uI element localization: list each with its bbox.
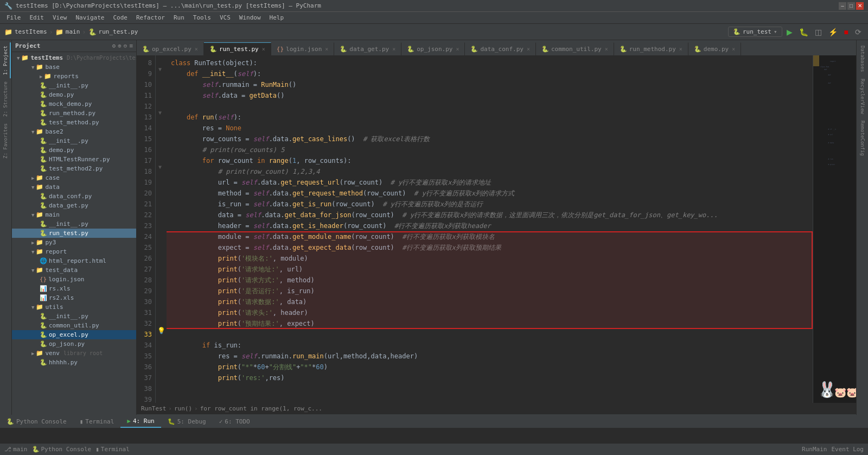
breadcrumb-part-3[interactable]: for row_count in range(1, row_c... [200, 405, 322, 412]
tree-item-run-test[interactable]: 🐍 run_test.py [12, 229, 136, 238]
tree-item-report[interactable]: ▼ 📁 report [12, 247, 136, 256]
file-tab-op-excel[interactable]: 🐍 op_excel.py × [137, 42, 204, 55]
bulb-icon[interactable]: 💡 [157, 327, 165, 334]
gear-icon[interactable]: ⚙ [112, 42, 116, 49]
bottom-tab-run[interactable]: ▶ 4: Run [120, 415, 161, 428]
tree-item-base2-demo[interactable]: 🐍 demo.py [12, 146, 136, 155]
breadcrumb-part-1[interactable]: RunTest [141, 405, 166, 412]
tree-item-op-json[interactable]: 🐍 op_json.py [12, 339, 136, 349]
tree-item-common-util[interactable]: 🐍 common_util.py [12, 321, 136, 330]
file-tab-run-test[interactable]: 🐍 run_test.py × [204, 42, 271, 55]
menu-help[interactable]: Help [265, 13, 289, 22]
fold-indicator-9[interactable]: ▼ [158, 66, 162, 72]
tree-item-testItems[interactable]: ▼ 📁 testItems D:\PycharmProjects\testIte… [12, 53, 136, 62]
status-git[interactable]: ⎇ main [4, 446, 28, 453]
tree-item-rs-xls[interactable]: 📊 rs.xls [12, 284, 136, 293]
tree-item-mock-demo[interactable]: 🐍 mock_demo.py [12, 99, 136, 109]
tree-item-base-init[interactable]: 🐍 __init__.py [12, 81, 136, 90]
right-tab-recyclerview[interactable]: RecyclerView [858, 75, 867, 117]
code-content[interactable]: class RunTest(object): def __init__(self… [167, 55, 813, 403]
tree-item-utils[interactable]: ▼ 📁 utils [12, 302, 136, 312]
close-button[interactable]: ✕ [856, 2, 864, 10]
tree-item-venv[interactable]: ▶ 📁 venv library root [12, 349, 136, 358]
right-tab-databases[interactable]: Databases [858, 42, 867, 75]
tree-item-html-report[interactable]: 🌐 html_report.html [12, 256, 136, 266]
close-tab-icon[interactable]: × [262, 46, 265, 52]
sidebar-tab-structure[interactable]: 2: Structure [1, 78, 11, 120]
settings-icon[interactable]: ≡ [129, 42, 133, 49]
tree-item-reports[interactable]: ▶ 📁 reports [12, 72, 136, 81]
run-config-selector[interactable]: 🐍 run_test ▾ [728, 27, 782, 37]
maximize-button[interactable]: □ [847, 2, 855, 10]
tree-item-main[interactable]: ▼ 📁 main [12, 210, 136, 219]
collapse-icon[interactable]: ⊖ [124, 42, 127, 49]
menu-code[interactable]: Code [108, 13, 132, 22]
close-tab-icon[interactable]: × [679, 46, 682, 52]
tree-item-rs2-xls[interactable]: 📊 rs2.xls [12, 293, 136, 302]
bottom-tab-todo[interactable]: ✓ 6: TODO [213, 415, 257, 428]
tree-item-data[interactable]: ▼ 📁 data [12, 182, 136, 192]
status-event-log[interactable]: Event Log [831, 446, 864, 453]
right-tab-remoteconfig[interactable]: RemoteConfig [858, 117, 867, 159]
menu-window[interactable]: Window [235, 13, 265, 22]
close-tab-icon[interactable]: × [325, 46, 328, 52]
fold-indicator-13[interactable]: ▼ [158, 110, 162, 116]
breadcrumb-part-2[interactable]: run() [174, 405, 192, 412]
scroll-thumb[interactable] [813, 55, 819, 66]
tree-item-htmltestrunner[interactable]: 🐍 HTMLTestRunner.py [12, 155, 136, 164]
tree-item-run-method[interactable]: 🐍 run_method.py [12, 109, 136, 118]
menu-tools[interactable]: Tools [189, 13, 215, 22]
sidebar-tab-favorites[interactable]: Z: Favorites [1, 120, 11, 162]
tree-item-base2[interactable]: ▼ 📁 base2 [12, 127, 136, 136]
file-tab-common-util[interactable]: 🐍 common_util.py × [536, 42, 614, 55]
tree-item-py3[interactable]: ▶ 📁 py3 [12, 238, 136, 247]
tree-item-case[interactable]: ▶ 📁 case [12, 173, 136, 182]
menu-vcs[interactable]: VCS [215, 13, 235, 22]
menu-refactor[interactable]: Refactor [132, 13, 169, 22]
bottom-tab-python-console-status[interactable]: 🐍 Python Console [32, 446, 92, 453]
rerun-button[interactable]: ⟳ [853, 27, 864, 37]
menu-run[interactable]: Run [169, 13, 189, 22]
tree-item-login-json[interactable]: {} login.json [12, 275, 136, 284]
tree-item-test-data[interactable]: ▼ 📁 test_data [12, 266, 136, 275]
tree-item-base2-init[interactable]: 🐍 __init__.py [12, 136, 136, 146]
stop-button[interactable]: ■ [842, 27, 851, 37]
file-tab-data-get[interactable]: 🐍 data_get.py × [334, 42, 401, 55]
file-tab-run-method[interactable]: 🐍 run_method.py × [614, 42, 688, 55]
bottom-tab-terminal-status[interactable]: ▮ Terminal [95, 446, 130, 453]
scroll-bar[interactable] [813, 55, 819, 403]
fold-indicator-17[interactable]: ▼ [158, 164, 162, 170]
close-tab-icon[interactable]: × [456, 46, 459, 52]
tree-item-main-init[interactable]: 🐍 __init__.py [12, 219, 136, 229]
tree-item-test-method2[interactable]: 🐍 test_method2.py [12, 164, 136, 173]
menu-file[interactable]: File [2, 13, 25, 22]
run-button[interactable]: ▶ [784, 27, 795, 37]
file-tab-op-json[interactable]: 🐍 op_json.py × [401, 42, 465, 55]
minimize-button[interactable]: – [839, 2, 846, 10]
tree-item-op-excel[interactable]: 🐍 op_excel.py [12, 330, 136, 339]
close-tab-icon[interactable]: × [605, 46, 608, 52]
status-runmain[interactable]: RunMain [802, 446, 827, 453]
menu-navigate[interactable]: Navigate [72, 13, 109, 22]
file-tab-demo[interactable]: 🐍 demo.py × [688, 42, 741, 55]
bottom-tab-python-console[interactable]: 🐍 Python Console [0, 415, 73, 428]
tree-item-demo-py[interactable]: 🐍 demo.py [12, 90, 136, 99]
bottom-tab-debug[interactable]: 🐛 5: Debug [161, 415, 213, 428]
tree-item-utils-init[interactable]: 🐍 __init__.py [12, 312, 136, 321]
coverage-button[interactable]: ◫ [813, 27, 824, 37]
close-tab-icon[interactable]: × [527, 46, 530, 52]
tree-item-base[interactable]: ▼ 📁 base [12, 62, 136, 72]
close-tab-icon[interactable]: × [392, 46, 395, 52]
bottom-tab-terminal[interactable]: ▮ Terminal [73, 415, 121, 428]
tree-item-test-method[interactable]: 🐍 test_method.py [12, 118, 136, 127]
tree-item-hhhhh[interactable]: 🐍 hhhhh.py [12, 358, 136, 367]
expand-icon[interactable]: ⊕ [118, 42, 122, 49]
file-tab-data-conf[interactable]: 🐍 data_conf.py × [465, 42, 536, 55]
menu-view[interactable]: View [48, 13, 72, 22]
tree-item-data-conf[interactable]: 🐍 data_conf.py [12, 192, 136, 201]
profile-button[interactable]: ⚡ [826, 27, 840, 37]
close-tab-icon[interactable]: × [195, 46, 198, 52]
sidebar-tab-project[interactable]: 1: Project [1, 42, 11, 78]
menu-edit[interactable]: Edit [25, 13, 49, 22]
file-tab-login-json[interactable]: {} login.json × [271, 42, 335, 55]
